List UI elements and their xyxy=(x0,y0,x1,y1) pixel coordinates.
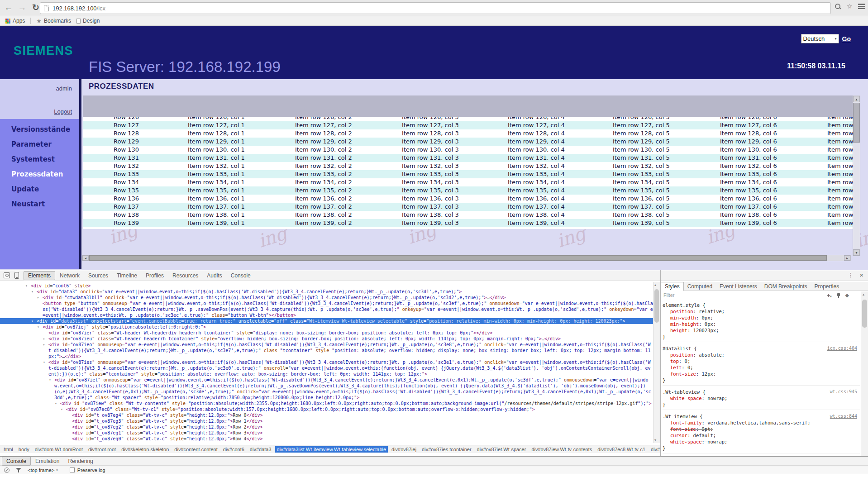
devtools-tab-resources[interactable]: Resources xyxy=(168,272,202,280)
css-property[interactable]: position: absolute; xyxy=(663,352,860,358)
inspect-element-icon[interactable] xyxy=(4,272,10,278)
collapse-arrow-icon[interactable]: ▾ xyxy=(43,359,45,365)
table-row[interactable]: Row 136Item row 136, col 1Item row 136, … xyxy=(83,195,853,203)
css-rule[interactable]: #data3list {icx.css:404position: absolut… xyxy=(663,345,860,386)
dom-node[interactable]: <div id="t_ov87eg2" class="Wt-tv-c" styl… xyxy=(0,424,653,430)
dom-node[interactable]: ▾<div id="ov87iej" style="position:absol… xyxy=(0,324,653,330)
css-property[interactable]: top: 0; xyxy=(663,358,860,364)
dom-node[interactable]: <div id="t_ov87eg0" class="Wt-tv-c" styl… xyxy=(0,436,653,442)
dom-node-selected[interactable]: ▾<div id="data3list" onselectstart="even… xyxy=(0,318,653,324)
css-rule[interactable]: .Wt-tableview {wt.css:945white-space: no… xyxy=(663,389,860,410)
breadcrumb-item[interactable]: div#dom.Wt-domRoot xyxy=(33,446,85,453)
breadcrumb-item[interactable]: div#cont6 xyxy=(221,446,246,453)
scroll-up-icon[interactable]: ▴ xyxy=(654,283,656,287)
dom-node[interactable]: ▾<div id="ov87ies" onmouseup="var e=even… xyxy=(0,359,653,377)
css-property[interactable]: min-width: 0px; xyxy=(663,315,860,321)
sidebar-item-systemtest[interactable]: Systemtest xyxy=(0,153,79,167)
new-style-rule-icon[interactable]: +▾ xyxy=(827,292,832,299)
menu-icon[interactable] xyxy=(858,3,865,10)
table-row[interactable]: Row 131Item row 131, col 1Item row 131, … xyxy=(83,154,853,162)
css-property[interactable]: left: 0; xyxy=(663,364,860,371)
elements-tree[interactable]: ▾<div id="cont6" style>▾<div id="data3" … xyxy=(0,282,653,445)
dom-node[interactable]: ▾<div id="ov87iet" onmouseup="var e=even… xyxy=(0,377,653,401)
css-property[interactable]: cursor: default; xyxy=(663,432,860,439)
devtools-tab-profiles[interactable]: Profiles xyxy=(142,272,168,280)
bookmark-apps[interactable]: Apps xyxy=(5,18,25,24)
expand-arrow-icon[interactable]: ▸ xyxy=(43,336,45,342)
process-data-table[interactable]: Row 126Item row 126, col 1Item row 126, … xyxy=(83,115,853,229)
forward-icon[interactable]: → xyxy=(16,2,28,14)
bookmark-star-icon[interactable]: ☆ xyxy=(847,3,853,10)
css-property[interactable]: white-space: nowrap; xyxy=(663,395,860,401)
vertical-scrollbar[interactable]: ▴ ▾ xyxy=(853,95,860,256)
expand-arrow-icon[interactable]: ▸ xyxy=(43,342,45,348)
back-icon[interactable]: ← xyxy=(3,2,14,14)
scroll-left-icon[interactable]: ◂ xyxy=(82,255,89,261)
language-select[interactable]: Deutsch ▾ xyxy=(801,34,839,43)
pin-icon[interactable] xyxy=(836,293,841,298)
breadcrumb-item[interactable]: div#data3 xyxy=(248,446,273,453)
zoom-icon[interactable] xyxy=(834,3,841,10)
dom-node[interactable]: <div id="t_ov87eg1" class="Wt-tv-c" styl… xyxy=(0,430,653,436)
css-rule[interactable]: element.style {position: relative;min-wi… xyxy=(663,302,860,342)
elements-tree-scrollbar[interactable]: ▴ ▾ xyxy=(653,282,660,443)
collapse-arrow-icon[interactable]: ▾ xyxy=(25,283,28,289)
scrollbar-thumb[interactable] xyxy=(862,300,867,328)
bookmark-design[interactable]: Design xyxy=(76,18,100,24)
styles-tab-properties[interactable]: Properties xyxy=(811,282,843,291)
dom-node[interactable]: ▸<div id="ov87ieu" class="Wt-header head… xyxy=(0,336,653,342)
stylesheet-link[interactable]: icx.css:404 xyxy=(827,345,857,352)
breadcrumb-item[interactable]: div#skeleton.skeleton xyxy=(119,446,171,453)
dom-node[interactable]: <button type="button" onmouseup="var e=e… xyxy=(0,301,653,318)
table-row[interactable]: Row 135Item row 135, col 1Item row 135, … xyxy=(83,186,853,195)
scroll-right-icon[interactable]: ▸ xyxy=(844,255,850,261)
breadcrumb-item[interactable]: div#content.content xyxy=(172,446,219,453)
overflow-menu-icon[interactable]: ⋮ xyxy=(848,272,854,278)
css-rule[interactable]: .Wt-itemview {wt.css:844font-family: ver… xyxy=(663,413,860,453)
filter-icon[interactable] xyxy=(16,467,21,473)
table-row[interactable]: Row 134Item row 134, col 1Item row 134, … xyxy=(83,178,853,186)
logout-link[interactable]: Logout xyxy=(54,108,72,115)
styles-tab-event-listeners[interactable]: Event Listeners xyxy=(716,282,761,291)
css-property[interactable]: min-height: 0px; xyxy=(663,321,860,327)
css-property[interactable]: font-size: 12px; xyxy=(663,371,860,377)
dom-node[interactable]: <div id="t_ov87eg4" class="Wt-tv-c" styl… xyxy=(0,412,653,418)
go-button[interactable]: Go xyxy=(842,35,851,43)
stylesheet-link[interactable]: wt.css:844 xyxy=(830,413,857,420)
styles-tab-dom-breakpoints[interactable]: DOM Breakpoints xyxy=(761,282,811,291)
dom-node[interactable]: <div id="ov87ier" class="Wt-header Wt-he… xyxy=(0,330,653,336)
collapse-arrow-icon[interactable]: ▾ xyxy=(31,318,33,324)
clear-console-icon[interactable] xyxy=(4,467,10,473)
close-icon[interactable]: × xyxy=(859,271,863,279)
dom-node[interactable]: ▾<div id="ov87ec8" class="Wt-tv-c1" styl… xyxy=(0,406,653,412)
table-row[interactable]: Row 133Item row 133, col 1Item row 133, … xyxy=(83,170,853,178)
drawer-tab-console[interactable]: Console xyxy=(2,457,31,466)
table-row[interactable]: Row 129Item row 129, col 1Item row 129, … xyxy=(83,138,853,146)
table-row[interactable]: Row 128Item row 128, col 1Item row 128, … xyxy=(83,129,853,138)
bookmark-bookmarks[interactable]: ★ Bookmarks xyxy=(36,18,71,24)
styles-tab-computed[interactable]: Computed xyxy=(684,282,716,291)
devtools-tab-timeline[interactable]: Timeline xyxy=(113,272,141,280)
scroll-up-icon[interactable]: ▴ xyxy=(863,292,864,296)
collapse-arrow-icon[interactable]: ▾ xyxy=(61,406,63,412)
dom-node[interactable]: ▾<div id="cont6" style> xyxy=(0,283,653,289)
breadcrumb-item[interactable]: body xyxy=(17,446,31,453)
table-row[interactable]: Row 139Item row 139, col 1Item row 139, … xyxy=(83,219,853,227)
breadcrumb-item[interactable]: div#ov87iew.Wt-tv-contents xyxy=(529,446,594,453)
css-property[interactable]: height: 120023px; xyxy=(663,327,860,334)
breadcrumb-item-selected[interactable]: div#data3list.Wt-itemview.Wt-tableview.s… xyxy=(275,446,388,453)
css-property[interactable]: font-family: verdana,helvetica,tahoma,sa… xyxy=(663,420,860,426)
devtools-tab-sources[interactable]: Sources xyxy=(84,272,112,280)
scrollbar-thumb[interactable] xyxy=(853,103,860,143)
breadcrumb-item[interactable]: div#ov87iej xyxy=(390,446,418,453)
table-row[interactable]: Row 137Item row 137, col 1Item row 137, … xyxy=(83,203,853,211)
horizontal-scrollbar[interactable]: ◂ ▸ xyxy=(82,255,851,261)
breadcrumb-item[interactable]: div#t_ov87eco.Wt-tv-c xyxy=(649,446,660,453)
sidebar-item-prozessdaten[interactable]: Prozessdaten xyxy=(0,167,79,182)
table-row[interactable]: Row 138Item row 138, col 1Item row 138, … xyxy=(83,211,853,219)
dom-node[interactable]: <div id="t_ov87eg3" class="Wt-tv-c" styl… xyxy=(0,418,653,424)
css-rules-list[interactable]: element.style {position: relative;min-wi… xyxy=(661,300,860,457)
css-property[interactable]: position: relative; xyxy=(663,308,860,315)
devtools-tab-audits[interactable]: Audits xyxy=(203,272,226,280)
css-property[interactable]: font-size: 9pt; xyxy=(663,426,860,432)
